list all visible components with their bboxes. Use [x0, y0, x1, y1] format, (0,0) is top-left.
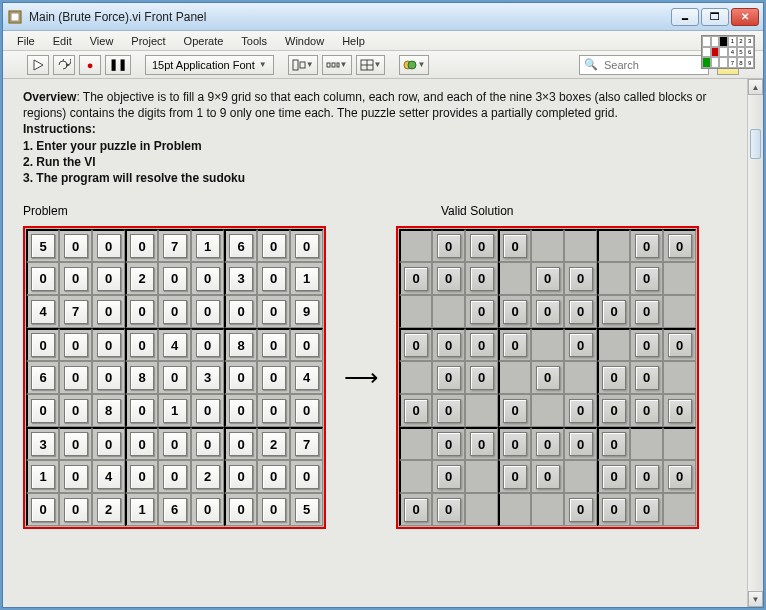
cell-value[interactable]: 0: [64, 267, 88, 291]
resize-button[interactable]: ▼: [356, 55, 386, 75]
cell-value[interactable]: 0: [64, 465, 88, 489]
cell-value[interactable]: 8: [130, 366, 154, 390]
problem-cell[interactable]: 0: [158, 427, 191, 460]
cell-value[interactable]: 2: [262, 432, 286, 456]
problem-cell[interactable]: 1: [26, 460, 59, 493]
problem-grid[interactable]: 5000716000002003014700000090000408006008…: [23, 226, 326, 529]
problem-cell[interactable]: 0: [257, 328, 290, 361]
cell-value[interactable]: 0: [163, 432, 187, 456]
problem-cell[interactable]: 2: [257, 427, 290, 460]
problem-cell[interactable]: 7: [290, 427, 323, 460]
cell-value[interactable]: 6: [163, 498, 187, 522]
cell-value[interactable]: 1: [31, 465, 55, 489]
cell-value[interactable]: 0: [97, 333, 121, 357]
cell-value[interactable]: 1: [163, 399, 187, 423]
cell-value[interactable]: 0: [229, 432, 253, 456]
close-button[interactable]: ✕: [731, 8, 759, 26]
cell-value[interactable]: 0: [196, 333, 220, 357]
run-button[interactable]: [27, 55, 49, 75]
cell-value[interactable]: 1: [295, 267, 319, 291]
problem-cell[interactable]: 0: [92, 262, 125, 295]
problem-cell[interactable]: 0: [191, 328, 224, 361]
problem-cell[interactable]: 0: [191, 493, 224, 526]
abort-button[interactable]: ●: [79, 55, 101, 75]
cell-value[interactable]: 0: [97, 267, 121, 291]
problem-cell[interactable]: 0: [158, 295, 191, 328]
problem-cell[interactable]: 8: [224, 328, 257, 361]
cell-value[interactable]: 0: [229, 498, 253, 522]
problem-cell[interactable]: 0: [224, 493, 257, 526]
cell-value[interactable]: 4: [31, 300, 55, 324]
cell-value[interactable]: 0: [64, 366, 88, 390]
cell-value[interactable]: 0: [97, 432, 121, 456]
cell-value[interactable]: 0: [262, 465, 286, 489]
cell-value[interactable]: 9: [295, 300, 319, 324]
problem-cell[interactable]: 0: [224, 394, 257, 427]
problem-cell[interactable]: 2: [191, 460, 224, 493]
problem-cell[interactable]: 0: [290, 229, 323, 262]
cell-value[interactable]: 7: [295, 432, 319, 456]
menu-edit[interactable]: Edit: [45, 33, 80, 49]
problem-cell[interactable]: 0: [224, 295, 257, 328]
problem-cell[interactable]: 7: [59, 295, 92, 328]
problem-cell[interactable]: 0: [26, 328, 59, 361]
cell-value[interactable]: 0: [130, 300, 154, 324]
cell-value[interactable]: 0: [31, 333, 55, 357]
cell-value[interactable]: 6: [31, 366, 55, 390]
cell-value[interactable]: 4: [97, 465, 121, 489]
cell-value[interactable]: 0: [31, 399, 55, 423]
cell-value[interactable]: 4: [163, 333, 187, 357]
problem-cell[interactable]: 8: [92, 394, 125, 427]
menu-file[interactable]: File: [9, 33, 43, 49]
problem-cell[interactable]: 0: [257, 361, 290, 394]
problem-cell[interactable]: 0: [290, 328, 323, 361]
problem-cell[interactable]: 0: [158, 460, 191, 493]
problem-cell[interactable]: 0: [59, 493, 92, 526]
menu-window[interactable]: Window: [277, 33, 332, 49]
problem-cell[interactable]: 0: [257, 295, 290, 328]
problem-cell[interactable]: 0: [191, 295, 224, 328]
problem-cell[interactable]: 0: [59, 427, 92, 460]
problem-cell[interactable]: 0: [26, 262, 59, 295]
cell-value[interactable]: 3: [229, 267, 253, 291]
cell-value[interactable]: 0: [64, 432, 88, 456]
cell-value[interactable]: 8: [97, 399, 121, 423]
cell-value[interactable]: 0: [163, 465, 187, 489]
cell-value[interactable]: 0: [295, 234, 319, 258]
pause-button[interactable]: ❚❚: [105, 55, 131, 75]
cell-value[interactable]: 0: [97, 300, 121, 324]
cell-value[interactable]: 0: [64, 399, 88, 423]
cell-value[interactable]: 0: [229, 399, 253, 423]
problem-cell[interactable]: 8: [125, 361, 158, 394]
problem-cell[interactable]: 3: [224, 262, 257, 295]
problem-cell[interactable]: 1: [158, 394, 191, 427]
font-selector[interactable]: 15pt Application Font ▼: [145, 55, 274, 75]
problem-cell[interactable]: 4: [92, 460, 125, 493]
menu-project[interactable]: Project: [123, 33, 173, 49]
problem-cell[interactable]: 6: [224, 229, 257, 262]
search-box[interactable]: 🔍: [579, 55, 709, 75]
cell-value[interactable]: 0: [262, 267, 286, 291]
problem-cell[interactable]: 0: [224, 427, 257, 460]
problem-cell[interactable]: 0: [224, 361, 257, 394]
problem-cell[interactable]: 6: [26, 361, 59, 394]
problem-cell[interactable]: 0: [92, 328, 125, 361]
connector-pane-icon[interactable]: 123 456 789: [701, 35, 755, 69]
cell-value[interactable]: 3: [31, 432, 55, 456]
cell-value[interactable]: 0: [130, 333, 154, 357]
problem-cell[interactable]: 0: [191, 394, 224, 427]
cell-value[interactable]: 0: [196, 399, 220, 423]
cell-value[interactable]: 0: [295, 465, 319, 489]
problem-cell[interactable]: 2: [125, 262, 158, 295]
cell-value[interactable]: 0: [295, 399, 319, 423]
problem-cell[interactable]: 1: [191, 229, 224, 262]
cell-value[interactable]: 0: [31, 267, 55, 291]
search-input[interactable]: [602, 58, 704, 72]
problem-cell[interactable]: 4: [158, 328, 191, 361]
cell-value[interactable]: 0: [163, 366, 187, 390]
cell-value[interactable]: 0: [196, 300, 220, 324]
problem-cell[interactable]: 0: [290, 394, 323, 427]
problem-cell[interactable]: 0: [92, 427, 125, 460]
cell-value[interactable]: 0: [196, 498, 220, 522]
problem-cell[interactable]: 9: [290, 295, 323, 328]
